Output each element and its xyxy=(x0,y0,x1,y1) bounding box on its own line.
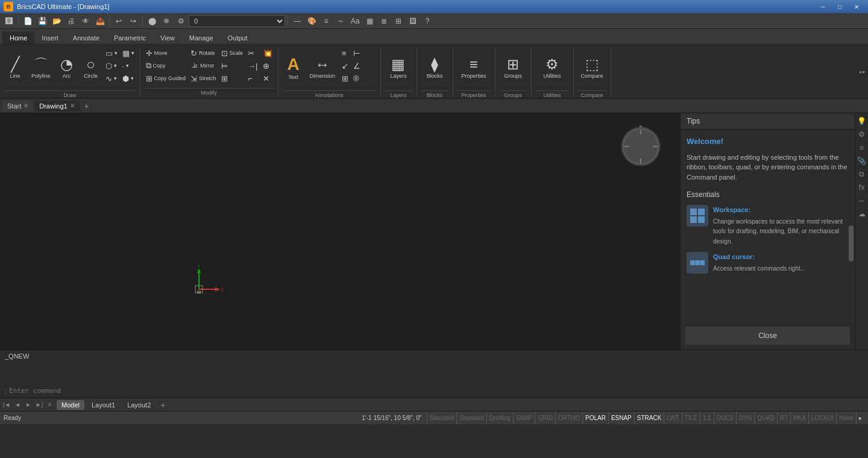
layout-last-button[interactable]: ►| xyxy=(35,401,43,409)
hatch-button[interactable]: ▦ xyxy=(363,14,376,28)
side-function-icon[interactable]: fx xyxy=(857,182,867,193)
view-cube[interactable]: N xyxy=(620,125,662,168)
groups-button[interactable]: ⊞ Groups xyxy=(500,47,526,89)
status-strack[interactable]: STRACK xyxy=(634,412,664,424)
side-layers-icon[interactable]: ≡ xyxy=(857,142,867,153)
compare-button[interactable]: ⬚ Compare xyxy=(577,47,607,89)
status-quad[interactable]: QUAD xyxy=(754,412,777,424)
leader-button[interactable]: ↙ xyxy=(340,60,350,72)
tab-view[interactable]: View xyxy=(153,32,182,44)
undo-button[interactable]: ↩ xyxy=(112,14,125,28)
tab-drawing1-close[interactable]: ✕ xyxy=(70,102,75,109)
join-button[interactable]: ⊕ xyxy=(261,60,274,72)
tab-start[interactable]: Start ✕ xyxy=(2,101,33,111)
move-button[interactable]: ✛Move xyxy=(144,47,188,59)
mtext-button[interactable]: ≡ xyxy=(340,47,350,59)
side-copy-icon[interactable]: ⧉ xyxy=(857,169,867,180)
layer-settings-button[interactable]: ⚙ xyxy=(174,14,187,28)
dim-angular-button[interactable]: ∠ xyxy=(351,60,362,72)
layout-tab-model[interactable]: Model xyxy=(57,400,84,410)
status-ducs[interactable]: DUCS xyxy=(714,412,736,424)
publish-button[interactable]: 📤 xyxy=(93,14,107,28)
status-drafting[interactable]: Drafting xyxy=(486,412,513,424)
side-cloud-icon[interactable]: ☁ xyxy=(857,209,867,219)
tab-insert[interactable]: Insert xyxy=(34,32,66,44)
status-scale[interactable]: 1:1 xyxy=(700,412,714,424)
rectangle-button[interactable]: ▭▾ xyxy=(104,47,119,59)
status-standard-1[interactable]: Standard xyxy=(427,412,457,424)
extend-button[interactable]: →| xyxy=(246,60,259,72)
status-dyn[interactable]: DYN xyxy=(736,412,754,424)
hatch-button[interactable]: ▦▾ xyxy=(121,47,136,59)
status-expand-button[interactable]: ▸ xyxy=(856,412,864,424)
save-button[interactable]: 💾 xyxy=(36,14,49,28)
help-button[interactable]: ? xyxy=(421,14,434,28)
scale-button[interactable]: ⊡Scale xyxy=(219,47,245,59)
array-button[interactable]: ⊞ xyxy=(219,72,245,84)
stretch-button[interactable]: ⇲Stretch xyxy=(189,72,218,84)
side-settings-icon[interactable]: ⚙ xyxy=(857,129,867,140)
dim-linear-button[interactable]: ⊢ xyxy=(351,47,362,59)
status-none[interactable]: None xyxy=(836,412,856,424)
fillet-button[interactable]: ⌐ xyxy=(246,72,259,84)
copy-guided-button[interactable]: ⊞Copy Guided xyxy=(144,72,188,84)
status-lockui[interactable]: LOCKUI xyxy=(808,412,836,424)
spline-button[interactable]: ∿▾ xyxy=(104,72,119,84)
layout-tab-layout2[interactable]: Layout2 xyxy=(122,400,156,410)
point-button[interactable]: ·▾ xyxy=(121,60,136,72)
status-hka[interactable]: HKA xyxy=(790,412,808,424)
trim-button[interactable]: ✂ xyxy=(246,47,259,59)
tab-drawing1[interactable]: Drawing1 ✕ xyxy=(34,101,79,111)
layer-off-button[interactable]: ⬤ xyxy=(145,14,159,28)
fields-button[interactable]: ≣ xyxy=(377,14,391,28)
layout-next-button[interactable]: ► xyxy=(24,401,33,409)
table-button[interactable]: ⊞ xyxy=(340,72,350,84)
status-tile[interactable]: TILE xyxy=(682,412,700,424)
status-standard-2[interactable]: Standard xyxy=(456,412,486,424)
ribbon-overflow-button[interactable]: ▸▸ xyxy=(857,69,868,75)
open-button[interactable]: 📂 xyxy=(50,14,63,28)
status-polar[interactable]: POLAR xyxy=(582,412,608,424)
circle-button[interactable]: ○ Circle xyxy=(80,47,102,89)
minimize-button[interactable]: ─ xyxy=(815,1,831,12)
utilities-button[interactable]: ⚙ Utilities xyxy=(539,47,564,89)
preview-button[interactable]: 👁 xyxy=(79,14,92,28)
linetype-button[interactable]: — xyxy=(291,14,304,28)
status-lwt[interactable]: LWT xyxy=(664,412,681,424)
explode-button[interactable]: 💥 xyxy=(261,47,274,59)
copy-button[interactable]: ⧉Copy xyxy=(144,60,188,72)
layers-button[interactable]: ▦ Layers xyxy=(386,47,410,89)
layer-freeze-button[interactable]: ❄ xyxy=(160,14,173,28)
style-button[interactable]: Aa xyxy=(348,14,362,28)
side-lightbulb-icon[interactable]: 💡 xyxy=(857,116,867,127)
tab-start-close[interactable]: ✕ xyxy=(24,102,28,109)
layout-list-button[interactable]: ≡ xyxy=(46,401,54,409)
layout-tab-layout1[interactable]: Layout1 xyxy=(87,400,120,410)
dim-radius-button[interactable]: ® xyxy=(351,72,362,84)
tab-parametric[interactable]: Parametric xyxy=(107,32,153,44)
tab-output[interactable]: Output xyxy=(221,32,255,44)
tab-home[interactable]: Home xyxy=(2,32,34,44)
offset-button[interactable]: ⊨ xyxy=(219,60,245,72)
canvas-area[interactable]: N Y X W xyxy=(0,113,680,350)
region-button[interactable]: ⬢▾ xyxy=(121,72,136,84)
mirror-button[interactable]: ⫡Mirror xyxy=(189,60,218,72)
layout-add-button[interactable]: + xyxy=(158,400,168,410)
blocks-button[interactable]: ⧫ Blocks xyxy=(423,47,447,89)
linescale-button[interactable]: ∼ xyxy=(334,14,347,28)
tab-annotate[interactable]: Annotate xyxy=(66,32,107,44)
tips-close-button[interactable]: Close xyxy=(685,327,850,345)
arc-button[interactable]: ◔ Arc xyxy=(55,47,78,89)
dimension-button[interactable]: ↔ Dimension xyxy=(306,47,339,89)
layer-select[interactable]: 0 xyxy=(189,15,285,27)
maximize-button[interactable]: □ xyxy=(832,1,848,12)
app-menu-button[interactable]: 🅱 xyxy=(2,14,16,28)
color-button[interactable]: 🎨 xyxy=(305,14,318,28)
command-input[interactable] xyxy=(9,387,863,395)
status-ortho[interactable]: ORTHO xyxy=(555,412,582,424)
close-button[interactable]: ✕ xyxy=(849,1,864,12)
redo-button[interactable]: ↪ xyxy=(127,14,140,28)
tab-add-button[interactable]: + xyxy=(81,100,93,112)
delete-button[interactable]: ✕ xyxy=(261,72,274,84)
status-esnap[interactable]: ESNAP xyxy=(608,412,634,424)
